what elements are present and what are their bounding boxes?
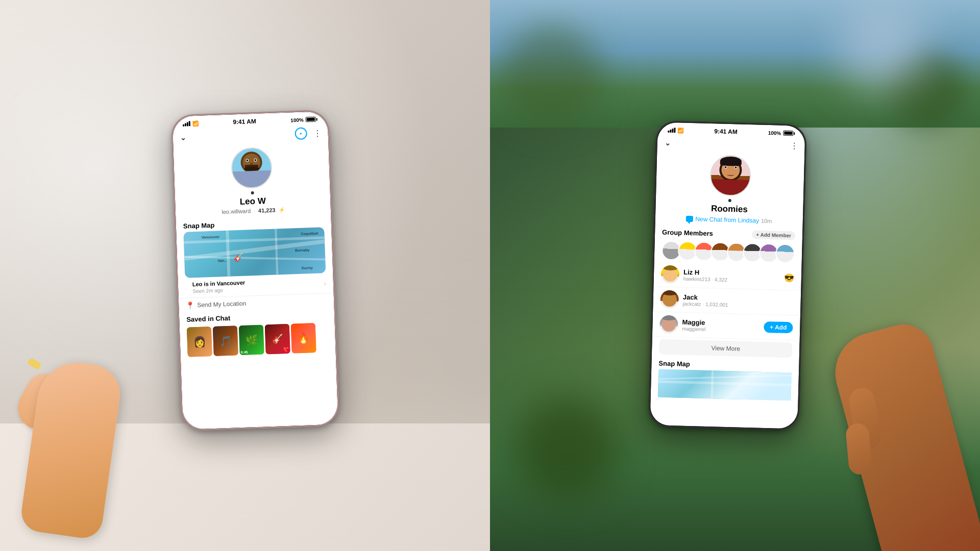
right-battery-percent: 100% [768, 130, 781, 136]
snap-map-section: Vancouver Coquitlam Van... Burnaby Surre… [176, 227, 333, 279]
member-row-jack[interactable]: Jack jackcatz · 1,032,001 [653, 287, 801, 316]
friend-score: 41,223 [258, 207, 276, 214]
member-info-liz: Liz H hawkins213 · 4,322 [683, 268, 780, 284]
send-location-text: Send My Location [197, 300, 246, 309]
right-phone: 📶 9:41 AM 100% ⌄ ⋮ [648, 120, 807, 431]
thumbnail-2[interactable]: 🎵 [213, 325, 238, 356]
right-avatar-container [656, 149, 804, 200]
add-member-button[interactable]: + Add Member [752, 230, 795, 240]
right-signal-status: 📶 [668, 127, 683, 133]
add-friend-button-maggie[interactable]: + Add [763, 321, 793, 333]
map-label-coquitlam: Coquitlam [301, 232, 318, 236]
right-signal-icon [668, 128, 675, 133]
saved-chat-section: 👩 🎵 🌿 0:45 🎸 ❤️ [180, 320, 336, 358]
wifi-icon: 📶 [192, 120, 199, 126]
signal-icon [183, 121, 190, 127]
member-info-jack: Jack jackcatz · 1,032,001 [682, 293, 794, 310]
location-seen-text: Seen 2m ago [185, 286, 253, 296]
right-status-time: 9:41 AM [714, 128, 738, 135]
group-member-avatar-8 [775, 243, 795, 263]
left-phone: 📶 9:41 AM 100% ⌄ [170, 110, 339, 431]
new-chat-text: New Chat from Lindsay [695, 215, 759, 224]
thumbnail-5[interactable]: 🔥 [291, 323, 316, 354]
map-view[interactable]: Vancouver Coquitlam Van... Burnaby Surre… [183, 227, 326, 278]
right-snap-map-section [650, 369, 798, 401]
view-more-button[interactable]: View More [658, 339, 792, 358]
profile-indicator-dot [251, 191, 254, 194]
header-action-icons: ⋮ [295, 127, 321, 140]
right-map-view[interactable] [657, 369, 791, 401]
map-label-surrey: Surrey [302, 266, 313, 270]
group-avatar [709, 155, 751, 196]
location-chevron-icon[interactable]: › [324, 279, 326, 287]
signal-status: 📶 [183, 120, 199, 127]
snap-refresh-icon[interactable] [295, 127, 307, 140]
chat-thumbnails: 👩 🎵 🌿 0:45 🎸 ❤️ [187, 322, 329, 357]
more-options-icon[interactable]: ⋮ [313, 128, 321, 138]
member-info-maggie: Maggie maggienel [682, 318, 760, 334]
member-avatar-liz [660, 265, 679, 284]
member-avatar-jack [660, 290, 679, 309]
thumbnail-3[interactable]: 🌿 0:45 [239, 325, 264, 356]
status-time: 9:41 AM [233, 118, 256, 126]
right-more-options-icon[interactable]: ⋮ [790, 141, 797, 151]
thumbnail-1[interactable]: 👩 [187, 327, 212, 357]
map-user-pin: 🎸 [233, 253, 244, 263]
member-row-liz[interactable]: Liz H hawkins213 · 4,322 😎 [653, 262, 801, 291]
map-label-vancouver: Vancouver [202, 235, 220, 239]
avatar-container [173, 141, 330, 193]
location-pin-icon: 📍 [186, 301, 194, 310]
member-avatar-maggie [659, 315, 678, 334]
battery-icon [306, 117, 317, 122]
left-background: 📶 9:41 AM 100% ⌄ [0, 0, 490, 551]
right-header-icons: ⋮ [790, 141, 797, 151]
right-battery-area: 100% [768, 130, 795, 136]
username-text: leo.willward [222, 208, 251, 215]
right-profile-dot [728, 199, 731, 202]
map-label-van: Van... [217, 259, 227, 263]
thumbnail-4[interactable]: 🎸 ❤️ [265, 324, 290, 355]
right-battery-icon [783, 131, 795, 136]
member-emoji-liz: 😎 [783, 272, 794, 283]
snap-score-icon: ⚡ [278, 207, 284, 212]
member-row-maggie[interactable]: Maggie maggienel + Add [652, 312, 800, 341]
avatar [231, 147, 273, 189]
group-avatars-row [654, 238, 802, 266]
right-wifi-icon: 📶 [677, 128, 683, 133]
right-background: 📶 9:41 AM 100% ⌄ ⋮ [490, 0, 980, 551]
chat-bubble-icon [686, 216, 693, 222]
time-ago-badge: 10m [761, 218, 772, 224]
map-label-burnaby: Burnaby [295, 248, 310, 252]
right-back-chevron[interactable]: ⌄ [664, 138, 670, 146]
back-chevron[interactable]: ⌄ [180, 134, 187, 142]
battery-percent: 100% [290, 117, 304, 123]
battery-area: 100% [290, 116, 317, 123]
